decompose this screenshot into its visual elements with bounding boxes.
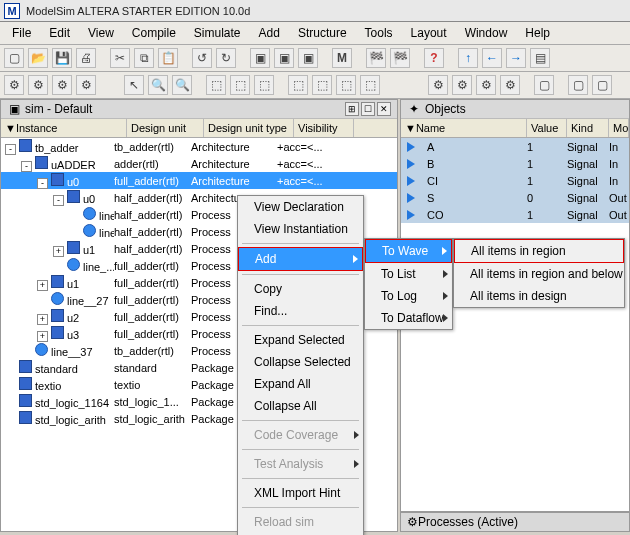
menu-item-collapse-all[interactable]: Collapse All [238,395,363,417]
undo-icon[interactable]: ↺ [192,48,212,68]
up-arrow-icon[interactable]: ↑ [458,48,478,68]
open-icon[interactable]: 📂 [28,48,48,68]
left-arrow-icon[interactable]: ← [482,48,502,68]
object-row[interactable]: CI1SignalIn [401,172,629,189]
gear2-icon[interactable]: ⚙ [28,75,48,95]
col-design-unit-type[interactable]: Design unit type [204,119,294,137]
tree-row[interactable]: -uADDERadder(rtl)Architecture+acc=<... [1,155,397,172]
cut-icon[interactable]: ✂ [110,48,130,68]
menu-item-all-items-in-region-and-below[interactable]: All items in region and below [454,263,624,285]
menu-view[interactable]: View [80,24,122,42]
menu-item-view-declaration[interactable]: View Declaration [238,196,363,218]
col-kind[interactable]: Kind [567,119,609,137]
menu-compile[interactable]: Compile [124,24,184,42]
expander-icon[interactable]: + [37,331,48,342]
col-mode[interactable]: Mode [609,119,629,137]
menu-item-to-list[interactable]: To List [365,263,452,285]
paste-icon[interactable]: 📋 [158,48,178,68]
print-icon[interactable]: 🖨 [76,48,96,68]
menu-add[interactable]: Add [251,24,288,42]
panel-btn-max-icon[interactable]: ☐ [361,102,375,116]
menu-item-find-[interactable]: Find... [238,300,363,322]
menu-item-collapse-selected[interactable]: Collapse Selected [238,351,363,373]
submenu-add[interactable]: To WaveTo ListTo LogTo Dataflow [364,238,453,330]
menu-item-expand-all[interactable]: Expand All [238,373,363,395]
menu-layout[interactable]: Layout [403,24,455,42]
cursor-icon[interactable]: ↖ [124,75,144,95]
redo-icon[interactable]: ↻ [216,48,236,68]
expander-icon[interactable]: - [37,178,48,189]
gear5-icon[interactable]: ⚙ [428,75,448,95]
compile-icon[interactable]: ▣ [250,48,270,68]
menu-structure[interactable]: Structure [290,24,355,42]
expander-icon[interactable]: - [21,161,32,172]
object-row[interactable]: S0SignalOut [401,189,629,206]
panel-btn-close-icon[interactable]: ✕ [377,102,391,116]
btn2-icon[interactable]: ▢ [568,75,588,95]
col-instance[interactable]: ▼Instance [1,119,127,137]
menu-file[interactable]: File [4,24,39,42]
object-row[interactable]: CO1SignalOut [401,206,629,223]
panel-btn-tabs-icon[interactable]: ⊞ [345,102,359,116]
menu-help[interactable]: Help [517,24,558,42]
menu-item-xml-import-hint[interactable]: XML Import Hint [238,482,363,504]
btn1-icon[interactable]: ▢ [534,75,554,95]
col-visibility[interactable]: Visibility [294,119,354,137]
gear6-icon[interactable]: ⚙ [452,75,472,95]
menu-item-to-dataflow[interactable]: To Dataflow [365,307,452,329]
tree-row[interactable]: -tb_addertb_adder(rtl)Architecture+acc=<… [1,138,397,155]
menu-item-view-instantiation[interactable]: View Instantiation [238,218,363,240]
expander-icon[interactable]: + [53,246,64,257]
col-name[interactable]: ▼Name [401,119,527,137]
menu-item-all-items-in-region[interactable]: All items in region [454,239,624,263]
tree-row[interactable]: -u0full_adder(rtl)Architecture+acc=<... [1,172,397,189]
net6-icon[interactable]: ⬚ [336,75,356,95]
object-row[interactable]: B1SignalIn [401,155,629,172]
nav-icon[interactable]: ▤ [530,48,550,68]
menu-edit[interactable]: Edit [41,24,78,42]
new-icon[interactable]: ▢ [4,48,24,68]
help-icon[interactable]: ? [424,48,444,68]
gear4-icon[interactable]: ⚙ [76,75,96,95]
gear7-icon[interactable]: ⚙ [476,75,496,95]
zoom1-icon[interactable]: 🔍 [148,75,168,95]
net7-icon[interactable]: ⬚ [360,75,380,95]
object-row[interactable]: A1SignalIn [401,138,629,155]
menu-item-expand-selected[interactable]: Expand Selected [238,329,363,351]
expander-icon[interactable]: + [37,280,48,291]
context-menu[interactable]: View DeclarationView InstantiationAddCop… [237,195,364,535]
submenu-wave[interactable]: All items in regionAll items in region a… [453,238,625,308]
expander-icon[interactable]: - [53,195,64,206]
zoom2-icon[interactable]: 🔍 [172,75,192,95]
menu-item-to-wave[interactable]: To Wave [365,239,452,263]
expander-icon[interactable]: - [5,144,16,155]
menu-item-to-log[interactable]: To Log [365,285,452,307]
col-value[interactable]: Value [527,119,567,137]
net1-icon[interactable]: ⬚ [206,75,226,95]
compile2-icon[interactable]: ▣ [274,48,294,68]
copy-icon[interactable]: ⧉ [134,48,154,68]
menu-simulate[interactable]: Simulate [186,24,249,42]
m-icon[interactable]: M [332,48,352,68]
expander-icon[interactable]: + [37,314,48,325]
right-arrow-icon[interactable]: → [506,48,526,68]
gear1-icon[interactable]: ⚙ [4,75,24,95]
menu-tools[interactable]: Tools [357,24,401,42]
gear8-icon[interactable]: ⚙ [500,75,520,95]
net2-icon[interactable]: ⬚ [230,75,250,95]
col-design-unit[interactable]: Design unit [127,119,204,137]
wave-icon[interactable]: 🏁 [366,48,386,68]
menu-item-add[interactable]: Add [238,247,363,271]
processes-panel-header[interactable]: ⚙ Processes (Active) [401,511,629,531]
net5-icon[interactable]: ⬚ [312,75,332,95]
gear3-icon[interactable]: ⚙ [52,75,72,95]
save-icon[interactable]: 💾 [52,48,72,68]
wave2-icon[interactable]: 🏁 [390,48,410,68]
compile3-icon[interactable]: ▣ [298,48,318,68]
btn3-icon[interactable]: ▢ [592,75,612,95]
net4-icon[interactable]: ⬚ [288,75,308,95]
menu-item-copy[interactable]: Copy [238,278,363,300]
menu-window[interactable]: Window [457,24,516,42]
net3-icon[interactable]: ⬚ [254,75,274,95]
menu-item-all-items-in-design[interactable]: All items in design [454,285,624,307]
